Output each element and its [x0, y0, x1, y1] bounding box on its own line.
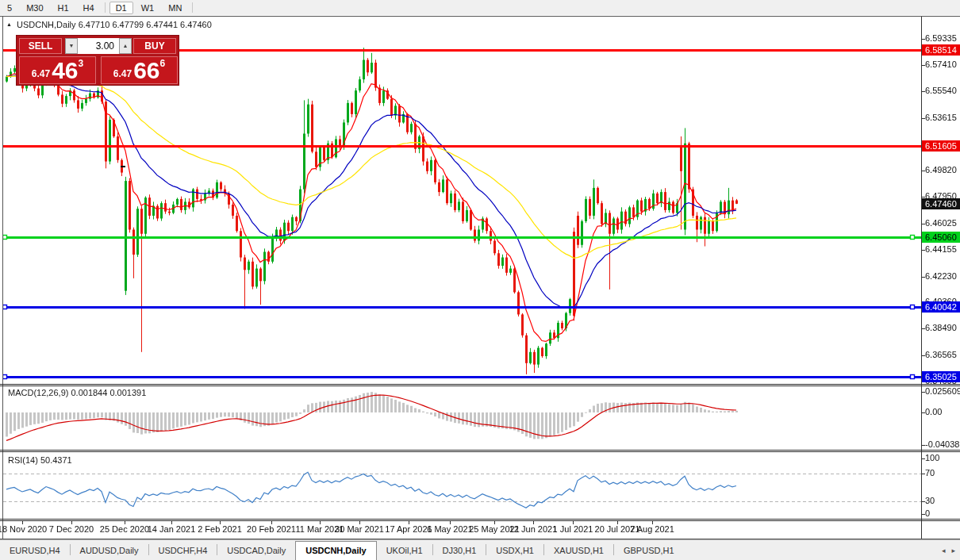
- buy-price-display[interactable]: 6.47 66 6: [101, 56, 178, 84]
- buy-price-point: 6: [160, 58, 166, 69]
- timeframe-m30[interactable]: M30: [20, 2, 49, 14]
- chart-tab-bar: EURUSD,H4AUDUSD,DailyUSDCHF,H4USDCAD,Dai…: [0, 539, 960, 560]
- date-tick-label: 2 Feb 2021: [198, 524, 242, 534]
- volume-decrease-button[interactable]: ▼: [65, 38, 78, 54]
- price-tick-label: 6.59335: [925, 33, 960, 44]
- one-click-trading-panel: SELL ▼ ▲ BUY 6.47 46 3 6.47 66 6: [16, 35, 179, 86]
- sell-price-display[interactable]: 6.47 46 3: [19, 56, 96, 84]
- date-tick-label: 18 Nov 2020: [0, 524, 47, 534]
- tab-audusd-daily[interactable]: AUDUSD,Daily: [71, 542, 148, 560]
- rsi-tick-label: 100: [925, 453, 960, 463]
- price-tick-label: 6.36565: [925, 350, 960, 360]
- date-tick-label: 6 May 2021: [427, 524, 472, 534]
- tab-usdcad-daily[interactable]: USDCAD,Daily: [217, 542, 295, 560]
- sell-price-point: 3: [79, 58, 84, 69]
- price-tick-label: 6.57410: [925, 59, 960, 70]
- chart-ohlc-values: 6.47710 6.47799 6.47441 6.47460: [79, 20, 212, 29]
- chart-symbol-period: USDCNH,Daily: [17, 20, 76, 29]
- date-tick-label: 1 Jul 2021: [553, 524, 593, 534]
- price-tick-label: 6.55540: [925, 86, 960, 96]
- toolbar-separator: [105, 2, 106, 13]
- timeframe-h4[interactable]: H4: [77, 2, 101, 14]
- volume-increase-button[interactable]: ▲: [119, 38, 132, 54]
- macd-tick-label: 0.025609: [925, 386, 960, 397]
- price-tick-label: 6.53615: [925, 113, 960, 123]
- price-level-badge: 6.40042: [922, 301, 960, 313]
- timeframe-w1[interactable]: W1: [135, 2, 161, 14]
- price-tick-label: 6.46025: [925, 218, 960, 228]
- rsi-tick-label: 70: [925, 468, 960, 478]
- trading-platform: 5M30H1H4D1W1MN ▲ USDCNH,Daily 6.47710 6.…: [0, 0, 960, 560]
- price-tick-label: 6.42230: [925, 271, 960, 282]
- rsi-tick-label: 0: [925, 508, 960, 519]
- rsi-indicator-label: RSI(14) 50.4371: [8, 455, 72, 465]
- tab-usdx-h1[interactable]: USDX,H1: [486, 542, 543, 560]
- date-tick-label: 7 Aug 2021: [630, 524, 674, 534]
- tab-scroll-right-icon[interactable]: ▸: [951, 547, 955, 554]
- buy-button[interactable]: BUY: [133, 38, 176, 54]
- sell-price-pips: 46: [52, 60, 78, 81]
- buy-price-pips: 66: [133, 60, 159, 81]
- toolbar-separator: [192, 2, 193, 13]
- date-tick-label: 25 Dec 2020: [100, 524, 149, 534]
- tab-nav-buttons: ◂▸: [942, 547, 955, 554]
- macd-indicator-label: MACD(12,26,9) 0.001844 0.001391: [8, 388, 146, 397]
- date-tick-label: 12 Jun 2021: [509, 524, 558, 534]
- macd-tick-label: 0.00: [925, 407, 960, 417]
- timeframe-toolbar: 5M30H1H4D1W1MN: [0, 0, 960, 15]
- sell-price-prefix: 6.47: [32, 68, 50, 79]
- price-level-badge: 6.51605: [922, 140, 960, 152]
- tab-xauusd-h1[interactable]: XAUUSD,H1: [544, 542, 613, 560]
- timeframe-h1[interactable]: H1: [52, 2, 75, 14]
- tab-eurusd-h4[interactable]: EURUSD,H4: [0, 542, 70, 560]
- price-level-badge: 6.35025: [922, 371, 960, 382]
- timeframe-5[interactable]: 5: [1, 2, 18, 14]
- timeframe-d1[interactable]: D1: [109, 2, 133, 14]
- date-tick-label: 20 Feb 2021: [247, 524, 296, 534]
- tab-dj30-h1[interactable]: DJ30,H1: [433, 542, 486, 560]
- buy-price-prefix: 6.47: [113, 68, 132, 79]
- price-tick-label: 6.49820: [925, 165, 960, 175]
- price-level-badge: 6.58514: [922, 44, 960, 56]
- date-tick-label: 30 Mar 2021: [335, 524, 384, 534]
- price-tick-label: 6.44155: [925, 244, 960, 255]
- timeframe-mn[interactable]: MN: [162, 2, 188, 14]
- price-tick-label: 6.38490: [925, 323, 960, 333]
- chart-collapse-icon[interactable]: ▲: [6, 21, 12, 27]
- date-tick-label: 17 Apr 2021: [385, 524, 432, 534]
- tab-usdcnh-daily[interactable]: USDCNH,Daily: [295, 541, 376, 560]
- tab-scroll-left-icon[interactable]: ◂: [942, 547, 946, 554]
- volume-stepper: ▼ ▲: [65, 38, 132, 54]
- date-tick-label: 7 Dec 2020: [49, 524, 94, 534]
- volume-input[interactable]: [78, 38, 119, 54]
- macd-tick-label: -0.040386: [925, 439, 960, 450]
- date-tick-label: 14 Jan 2021: [148, 524, 196, 534]
- sell-button[interactable]: SELL: [19, 38, 62, 54]
- tab-usdchf-h4[interactable]: USDCHF,H4: [149, 542, 217, 560]
- rsi-tick-label: 30: [925, 496, 960, 506]
- tab-gbpusd-h1[interactable]: GBPUSD,H1: [614, 542, 684, 560]
- price-level-badge: 6.47460: [922, 198, 960, 209]
- price-level-badge: 6.45060: [922, 232, 960, 243]
- tab-ukoil-h1[interactable]: UKOil,H1: [377, 542, 432, 560]
- chart-title: ▲ USDCNH,Daily 6.47710 6.47799 6.47441 6…: [6, 20, 212, 29]
